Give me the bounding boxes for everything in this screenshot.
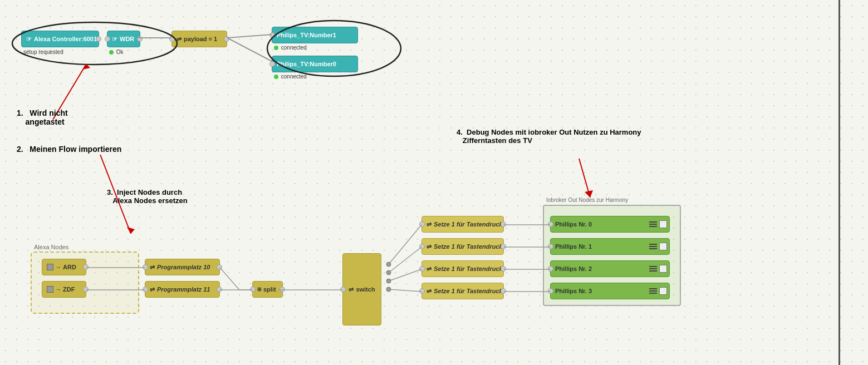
setze3-icon: ⇌ <box>426 288 431 295</box>
phillips2-node[interactable]: Phillips Nr. 2 <box>550 260 670 277</box>
split-port-left <box>250 287 256 292</box>
phillips1-label: Phillips Nr. 1 <box>555 243 592 250</box>
setze1-port-right <box>501 244 506 249</box>
phillips0-label: Phillips Nr. 0 <box>555 221 592 228</box>
philips0-label: Philips_TV:Number0 <box>277 61 336 67</box>
setze0-node[interactable]: ⇌ Setze 1 für Tastendruck <box>421 216 504 233</box>
switch-port-left <box>340 287 346 292</box>
svg-point-9 <box>386 270 391 275</box>
zdf-node[interactable]: → ZDF <box>42 281 86 298</box>
prog10-label: Programmplatz 10 <box>157 264 210 270</box>
philips1-dot <box>274 46 278 50</box>
philips0-status: connected <box>274 73 307 80</box>
phillips0-node[interactable]: Phillips Nr. 0 <box>550 216 670 233</box>
setze0-icon: ⇌ <box>426 221 431 228</box>
wdr-node[interactable]: ☞ WDR <box>107 31 140 47</box>
prog11-port-left <box>143 287 148 292</box>
hand-icon: ☞ <box>26 36 32 43</box>
phillips3-label: Phillips Nr. 3 <box>555 288 592 294</box>
setze3-node[interactable]: ⇌ Setze 1 für Tastendruck <box>421 283 504 299</box>
philips1-node[interactable]: Philips_TV:Number1 <box>272 27 358 43</box>
setze1-port-left <box>419 244 425 249</box>
setze1-node[interactable]: ⇌ Setze 1 für Tastendruck <box>421 238 504 255</box>
phillips1-port-left <box>548 244 553 249</box>
payload-port-left <box>169 36 175 42</box>
philips0-node[interactable]: Philips_TV:Number0 <box>272 56 358 72</box>
split-node[interactable]: ⊞ split <box>252 281 283 298</box>
switch-icon: ⇌ <box>349 286 354 293</box>
philips0-dot <box>274 75 278 79</box>
phillips2-label: Phillips Nr. 2 <box>555 265 592 272</box>
switch-node[interactable]: ⇌ switch <box>342 253 381 325</box>
setze2-label: Setze 1 für Tastendruck <box>434 265 503 272</box>
annotation-1: 1. Wird nicht angetastet <box>17 108 68 126</box>
wdr-port-left <box>105 36 110 42</box>
wdr-status: Ok <box>109 49 124 55</box>
svg-point-10 <box>386 279 391 283</box>
split-label: split <box>263 286 276 293</box>
iobroker-group-label: Iobroker Out Nodes zur Harmony <box>546 197 628 203</box>
alexa-controller-node[interactable]: ☞ Alexa Controller:60016 <box>21 31 99 47</box>
zdf-arrow: → <box>55 286 61 293</box>
phillips2-hamburger <box>649 266 657 272</box>
philips1-status: connected <box>274 45 307 51</box>
svg-marker-5 <box>127 227 135 234</box>
split-port-right <box>279 287 285 292</box>
setze2-icon: ⇌ <box>426 265 431 273</box>
phillips1-square <box>659 243 667 250</box>
prog11-icon: ⇌ <box>150 286 155 293</box>
setze3-label: Setze 1 für Tastendruck <box>434 288 503 294</box>
prog11-node[interactable]: ⇌ Programmplatz 11 <box>145 281 220 298</box>
wdr-port-right <box>137 36 143 42</box>
alexa-port-right <box>96 36 101 42</box>
shuffle-icon: ⇌ <box>176 36 182 43</box>
payload-port-right <box>224 36 229 42</box>
phillips3-node[interactable]: Phillips Nr. 3 <box>550 283 670 299</box>
zdf-box-left <box>47 286 53 293</box>
phillips3-hamburger <box>649 288 657 294</box>
prog11-port-right <box>217 287 222 292</box>
ard-label: ARD <box>63 264 76 270</box>
prog10-node[interactable]: ⇌ Programmplatz 10 <box>145 259 220 275</box>
prog10-icon: ⇌ <box>150 264 155 271</box>
annotation-3: 3. Inject Nodes durch Alexa Nodes ersetz… <box>107 188 188 205</box>
svg-point-8 <box>386 262 391 267</box>
wdr-status-dot <box>109 50 114 55</box>
ard-node[interactable]: → ARD <box>42 259 86 275</box>
setze3-port-right <box>501 288 506 294</box>
phillips3-port-left <box>548 288 553 294</box>
zdf-label: ZDF <box>63 286 75 293</box>
wdr-icon: ☞ <box>112 36 117 43</box>
alexa-controller-label: Alexa Controller:60016 <box>34 36 100 42</box>
setze2-port-right <box>501 266 506 272</box>
zdf-port-right <box>83 287 89 292</box>
philips1-label: Philips_TV:Number1 <box>277 32 336 38</box>
setze1-label: Setze 1 für Tastendruck <box>434 243 503 250</box>
svg-point-11 <box>386 287 391 292</box>
prog10-port-left <box>143 264 148 270</box>
philips0-port-left <box>269 61 275 67</box>
svg-marker-3 <box>82 64 90 70</box>
phillips3-square <box>659 287 667 295</box>
prog10-port-right <box>217 264 222 270</box>
setze3-port-left <box>419 288 425 294</box>
setze0-label: Setze 1 für Tastendruck <box>434 221 503 228</box>
phillips2-square <box>659 265 667 273</box>
phillips0-hamburger <box>649 221 657 227</box>
payload-node[interactable]: ⇌ payload = 1 <box>171 31 227 47</box>
philips1-port-left <box>269 32 275 38</box>
alexa-group-label: Alexa Nodes <box>34 244 68 250</box>
wdr-label: WDR <box>120 36 134 42</box>
right-border <box>838 0 840 365</box>
phillips0-square <box>659 220 667 228</box>
svg-line-6 <box>579 159 590 198</box>
phillips1-node[interactable]: Phillips Nr. 1 <box>550 238 670 255</box>
phillips1-hamburger <box>649 244 657 249</box>
ard-port-right <box>83 264 89 270</box>
ard-arrow: → <box>55 264 61 270</box>
setze2-port-left <box>419 266 425 272</box>
switch-label: switch <box>356 286 375 293</box>
annotation-2: 2. Meinen Flow importieren <box>17 145 121 154</box>
split-icon: ⊞ <box>257 287 262 292</box>
setze2-node[interactable]: ⇌ Setze 1 für Tastendruck <box>421 260 504 277</box>
